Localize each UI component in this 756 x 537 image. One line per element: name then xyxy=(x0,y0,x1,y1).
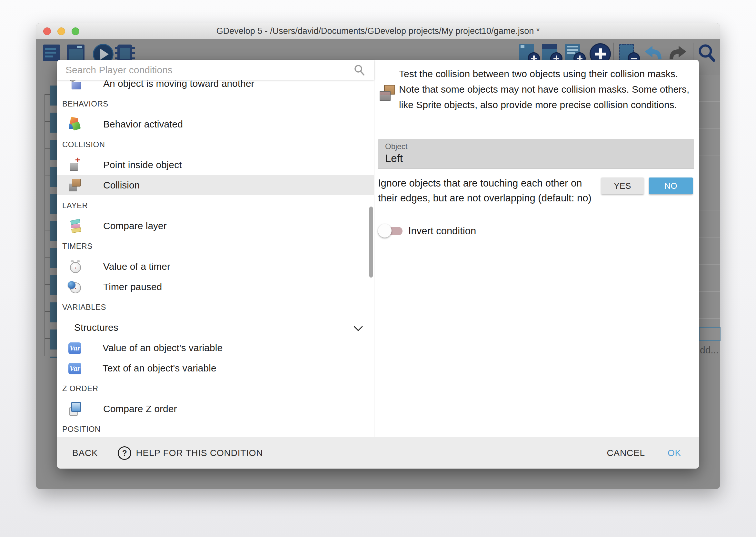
ok-button[interactable]: OK xyxy=(668,448,681,458)
condition-item-label: Value of an object's variable xyxy=(102,342,223,353)
window-titlebar[interactable]: GDevelop 5 - /Users/david/Documents/GDev… xyxy=(36,23,720,39)
section-header-position: POSITION xyxy=(57,419,374,437)
condition-item-label: Compare Z order xyxy=(103,403,177,414)
condition-item-behavior-activated[interactable]: Behavior activated xyxy=(57,114,374,134)
search-input[interactable] xyxy=(65,62,344,78)
condition-item-label: Point inside object xyxy=(103,159,182,170)
condition-item-text-of-an-object-s-variable[interactable]: VarText of an object's variable xyxy=(57,358,374,378)
condition-item-collision[interactable]: Collision xyxy=(57,175,374,195)
ignore-touching-question: Ignore objects that are touching each ot… xyxy=(378,176,592,206)
help-icon: ? xyxy=(118,446,131,460)
section-header-z-order: Z ORDER xyxy=(57,378,374,398)
condition-description: Test the collision between two objects u… xyxy=(399,66,693,113)
moving-toward-icon xyxy=(68,80,82,90)
condition-list: An object is moving toward anotherBEHAVI… xyxy=(57,80,374,437)
search-bar xyxy=(57,60,374,80)
condition-item-timer-paused[interactable]: Timer paused xyxy=(57,276,374,297)
object-field-label: Object xyxy=(385,142,407,151)
toggle-knob xyxy=(378,224,392,237)
yes-button[interactable]: YES xyxy=(601,178,644,194)
condition-item-label: Value of a timer xyxy=(103,261,170,272)
help-button[interactable]: ? HELP FOR THIS CONDITION xyxy=(118,446,263,460)
condition-item-compare-layer[interactable]: Compare layer xyxy=(57,216,374,236)
condition-item-label: An object is moving toward another xyxy=(103,80,254,89)
condition-item-label: Text of an object's variable xyxy=(102,363,216,374)
timer-icon xyxy=(68,260,82,273)
conditions-panel: An object is moving toward anotherBEHAVI… xyxy=(57,60,374,437)
timer-paused-icon xyxy=(68,280,82,294)
point-inside-icon xyxy=(68,158,82,172)
condition-item-value-of-an-object-s-variable[interactable]: VarValue of an object's variable xyxy=(57,338,374,358)
invert-condition-label: Invert condition xyxy=(408,224,476,238)
section-header-collision: COLLISION xyxy=(57,134,374,154)
footer-actions: CANCEL OK xyxy=(607,448,699,458)
section-header-behaviors: BEHAVIORS xyxy=(57,94,374,114)
search-icon xyxy=(354,64,365,76)
condition-list-inner: An object is moving toward anotherBEHAVI… xyxy=(57,80,374,437)
collision-icon xyxy=(68,179,82,192)
choose-condition-dialog: An object is moving toward anotherBEHAVI… xyxy=(57,60,699,469)
window-title: GDevelop 5 - /Users/david/Documents/GDev… xyxy=(36,23,720,39)
no-button[interactable]: NO xyxy=(649,178,693,194)
scene-window-icon xyxy=(67,45,85,62)
section-header-variables: VARIABLES xyxy=(57,297,374,317)
project-manager-icon xyxy=(43,45,60,61)
condition-item-structures[interactable]: Structures xyxy=(57,317,374,338)
object-field[interactable]: Object Left xyxy=(378,139,694,168)
compare-z-icon xyxy=(68,402,82,416)
condition-item-label: Timer paused xyxy=(103,281,162,292)
var-icon: Var xyxy=(68,342,81,354)
search-events-button[interactable] xyxy=(697,43,718,63)
condition-detail-panel: Test the collision between two objects u… xyxy=(375,60,699,437)
debug-chip-icon xyxy=(117,45,132,62)
invert-condition-toggle[interactable] xyxy=(378,223,403,239)
events-condition-cells xyxy=(50,86,57,358)
collision-icon xyxy=(380,85,396,101)
condition-item-label: Behavior activated xyxy=(103,119,183,130)
cancel-button[interactable]: CANCEL xyxy=(607,448,645,458)
list-scrollbar[interactable] xyxy=(369,207,373,277)
behavior-icon xyxy=(68,117,82,131)
condition-item-label: Structures xyxy=(74,322,118,333)
help-button-label: HELP FOR THIS CONDITION xyxy=(136,448,263,458)
magnifier-icon xyxy=(697,43,717,63)
background-add-label: dd... xyxy=(700,345,719,356)
condition-item-value-of-a-timer[interactable]: Value of a timer xyxy=(57,256,374,276)
chevron-down-icon[interactable] xyxy=(354,322,363,331)
screen: GDevelop 5 - /Users/david/Documents/GDev… xyxy=(0,0,756,537)
condition-item-point-inside-object[interactable]: Point inside object xyxy=(57,154,374,175)
section-header-timers: TIMERS xyxy=(57,236,374,256)
object-field-value: Left xyxy=(385,152,403,165)
var-icon: Var xyxy=(68,363,81,374)
events-selected-row-outline xyxy=(699,327,721,341)
condition-item-compare-z-order[interactable]: Compare Z order xyxy=(57,398,374,419)
condition-item-label: Compare layer xyxy=(103,221,167,231)
section-header-layer: LAYER xyxy=(57,195,374,216)
events-bracket-lines xyxy=(45,94,51,356)
dialog-footer: BACK ? HELP FOR THIS CONDITION CANCEL OK xyxy=(57,437,699,469)
compare-layer-icon xyxy=(68,219,82,233)
condition-item-label: Collision xyxy=(103,180,140,191)
back-button[interactable]: BACK xyxy=(72,448,98,458)
events-rows-right xyxy=(699,75,720,327)
condition-item-an-object-is-moving-toward-another[interactable]: An object is moving toward another xyxy=(57,80,374,94)
